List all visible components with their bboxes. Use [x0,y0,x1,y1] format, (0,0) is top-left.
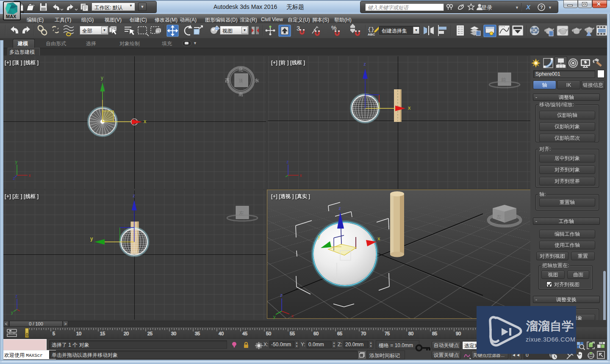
svg-text:30: 30 [171,331,176,336]
svg-text:x: x [377,236,380,242]
svg-text:60: 60 [313,331,319,336]
svg-text:顶: 顶 [238,78,243,83]
svg-text:y: y [318,234,320,240]
svg-text:东: 东 [255,78,259,83]
svg-text:55: 55 [290,331,295,336]
svg-text:y: y [90,236,93,242]
svg-text:北: 北 [238,67,243,72]
svg-text:20: 20 [124,331,129,336]
svg-text:10: 10 [76,331,81,336]
svg-text:75: 75 [385,331,390,336]
svg-text:40: 40 [219,331,224,336]
svg-text:x: x [29,173,31,178]
svg-text:x: x [408,105,411,111]
svg-text:45: 45 [242,331,247,336]
svg-text:南: 南 [238,92,243,97]
svg-text:65: 65 [337,331,342,336]
svg-text:左: 左 [496,214,501,219]
svg-text:85: 85 [432,331,437,336]
svg-text:z: z [15,294,17,298]
svg-text:z: z [363,61,366,66]
svg-text:y: y [15,160,17,164]
svg-text:z: z [133,193,135,198]
svg-text:70: 70 [361,331,366,336]
svg-text:y: y [101,75,103,81]
svg-text:zixue.3D66.COM: zixue.3D66.COM [526,336,575,343]
svg-text:x: x [291,313,294,318]
svg-text:z: z [13,176,15,181]
svg-text:x: x [300,173,302,178]
svg-text:y: y [273,314,276,319]
svg-text:西: 西 [225,78,230,83]
svg-text:y: y [11,310,13,315]
svg-text:80: 80 [408,331,413,336]
svg-text:90: 90 [456,331,461,336]
svg-text:z: z [338,206,341,211]
svg-text:x: x [144,119,147,124]
svg-text:25: 25 [147,331,152,336]
svg-text:35: 35 [195,331,200,336]
svg-text:溜溜自学: 溜溜自学 [526,320,574,333]
svg-text:5: 5 [53,331,55,336]
svg-text:50: 50 [266,331,271,336]
svg-text:z: z [280,292,283,298]
svg-text:z: z [286,160,288,164]
svg-text:15: 15 [100,331,105,336]
